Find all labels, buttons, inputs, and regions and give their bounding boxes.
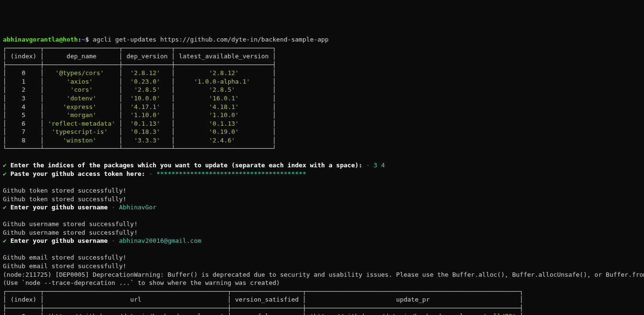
deprecation-line: (node:211725) [DEP0005] DeprecationWarni… <box>3 271 644 278</box>
check-icon: ✔ <box>3 204 7 211</box>
command-text: agcli get-updates https://github.com/dyt… <box>93 36 329 43</box>
question-answer: 3 4 <box>374 162 385 169</box>
status-line: Github token stored successfully! <box>3 187 126 194</box>
prompt-dollar: $ <box>85 36 93 43</box>
prompt-user: abhinavgorantla@hoth <box>3 36 78 43</box>
question-prompt: Enter the indices of the packages which … <box>11 162 363 169</box>
status-line: Github email stored successfully! <box>3 262 126 270</box>
status-line: Github username stored successfully! <box>3 229 138 236</box>
question-answer: abhinav20016@gmail.com <box>119 237 201 244</box>
deprecation-line: (Use `node --trace-deprecation ...` to s… <box>3 279 280 286</box>
check-icon: ✔ <box>3 237 7 244</box>
question-answer: AbhinavGor <box>119 204 156 211</box>
terminal-output[interactable]: abhinavgorantla@hoth:~$ agcli get-update… <box>3 35 641 315</box>
question-prompt: Enter your github username <box>11 237 108 244</box>
question-prompt: Enter your github username <box>11 204 108 211</box>
status-line: Github token stored successfully! <box>3 196 126 203</box>
status-line: Github email stored successfully! <box>3 254 126 261</box>
check-icon: ✔ <box>3 162 7 169</box>
check-icon: ✔ <box>3 170 7 177</box>
question-prompt: Paste your github access token here: <box>11 170 145 177</box>
status-line: Github username stored successfully! <box>3 220 138 228</box>
question-answer: **************************************** <box>156 170 306 177</box>
